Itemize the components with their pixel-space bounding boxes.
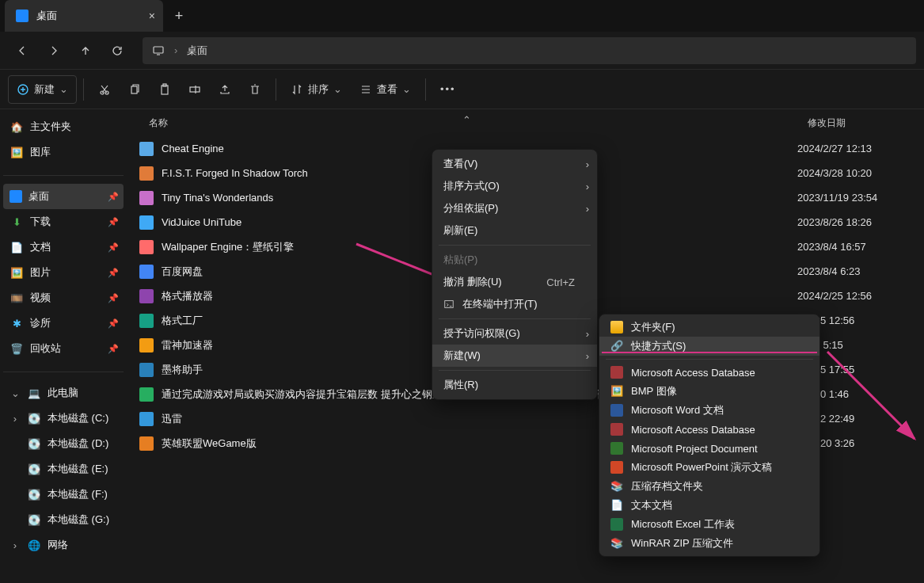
pictures-icon: 🖼️ bbox=[10, 265, 24, 280]
sidebar: 🏠主文件夹 🖼️图库 桌面📌 ⬇下载📌 📄文档📌 🖼️图片📌 🎞️视频📌 ✱诊所… bbox=[0, 109, 127, 583]
shortcut-icon: 🔗 bbox=[610, 340, 623, 352]
sub-excel[interactable]: Microsoft Excel 工作表 bbox=[599, 515, 819, 534]
file-icon bbox=[139, 363, 154, 377]
sidebar-clinic[interactable]: ✱诊所📌 bbox=[3, 311, 124, 336]
new-button[interactable]: 新建 ⌄ bbox=[8, 75, 77, 104]
up-button[interactable] bbox=[71, 36, 100, 65]
zip-icon: 📚 bbox=[610, 537, 623, 550]
txt-icon: 📄 bbox=[610, 499, 623, 512]
sub-project[interactable]: Microsoft Project Document bbox=[599, 439, 819, 458]
pin-icon: 📌 bbox=[108, 192, 119, 202]
word-icon bbox=[610, 404, 623, 417]
tab-bar: 桌面 × + bbox=[0, 0, 924, 32]
new-tab-button[interactable]: + bbox=[163, 8, 195, 25]
sub-zip[interactable]: 📚WinRAR ZIP 压缩文件 bbox=[599, 534, 819, 553]
project-icon bbox=[610, 442, 623, 455]
pc-icon: 💻 bbox=[27, 386, 41, 400]
file-icon bbox=[139, 142, 154, 156]
ctx-sort[interactable]: 排序方式(O) bbox=[432, 175, 597, 197]
file-icon bbox=[139, 289, 154, 303]
file-icon bbox=[139, 412, 154, 426]
folder-icon bbox=[610, 321, 623, 333]
tab-desktop[interactable]: 桌面 × bbox=[5, 0, 163, 32]
sub-word[interactable]: Microsoft Word 文档 bbox=[599, 401, 819, 420]
ctx-new[interactable]: 新建(W) bbox=[432, 345, 597, 367]
sidebar-documents[interactable]: 📄文档📌 bbox=[3, 234, 124, 260]
sidebar-drive-d[interactable]: 💽本地磁盘 (D:) bbox=[3, 431, 124, 456]
ppt-icon bbox=[610, 461, 623, 474]
forward-button[interactable] bbox=[40, 36, 68, 65]
ctx-open-terminal[interactable]: 在终端中打开(T) bbox=[432, 293, 597, 315]
file-list: 名称 修改日期 ⌃ Cheat Engine2024/2/27 12:13F.I… bbox=[127, 109, 924, 583]
sidebar-home[interactable]: 🏠主文件夹 bbox=[3, 114, 124, 139]
file-icon bbox=[139, 314, 154, 328]
access-icon bbox=[610, 366, 623, 379]
sub-bmp[interactable]: 🖼️BMP 图像 bbox=[599, 382, 819, 401]
address-bar[interactable]: › 桌面 bbox=[143, 37, 916, 64]
sidebar-drive-f[interactable]: 💽本地磁盘 (F:) bbox=[3, 482, 124, 507]
share-button[interactable] bbox=[211, 75, 239, 104]
file-date: 2024/2/27 12:13 bbox=[797, 143, 924, 154]
sort-button[interactable]: 排序⌄ bbox=[283, 75, 350, 104]
nav-bar: › 桌面 bbox=[0, 32, 924, 70]
sidebar-recycle[interactable]: 🗑️回收站📌 bbox=[3, 336, 124, 361]
sub-access2[interactable]: Microsoft Access Database bbox=[599, 420, 819, 439]
drive-icon: 💽 bbox=[27, 487, 41, 501]
back-button[interactable] bbox=[8, 36, 36, 65]
close-icon[interactable]: × bbox=[149, 10, 155, 22]
sidebar-videos[interactable]: 🎞️视频📌 bbox=[3, 285, 124, 311]
sidebar-drive-e[interactable]: 💽本地磁盘 (E:) bbox=[3, 456, 124, 482]
paste-button[interactable] bbox=[150, 75, 179, 104]
chevron-up-icon[interactable]: ⌃ bbox=[462, 114, 471, 126]
sidebar-thispc[interactable]: ⌄💻此电脑 bbox=[3, 380, 124, 406]
toolbar: 新建 ⌄ 排序⌄ 查看⌄ ••• bbox=[0, 70, 924, 109]
rename-button[interactable] bbox=[181, 75, 209, 104]
refresh-button[interactable] bbox=[103, 36, 131, 65]
sidebar-gallery[interactable]: 🖼️图库 bbox=[3, 139, 124, 165]
column-headers[interactable]: 名称 修改日期 bbox=[127, 109, 924, 136]
desktop-icon bbox=[16, 10, 29, 22]
sub-txt[interactable]: 📄文本文档 bbox=[599, 496, 819, 515]
sub-access1[interactable]: Microsoft Access Database bbox=[599, 363, 819, 382]
home-icon: 🏠 bbox=[10, 120, 24, 134]
file-icon bbox=[139, 265, 154, 279]
network-icon: 🌐 bbox=[27, 538, 41, 552]
breadcrumb-location: 桌面 bbox=[187, 44, 207, 58]
sidebar-desktop[interactable]: 桌面📌 bbox=[3, 184, 124, 209]
access-icon bbox=[610, 423, 623, 436]
sub-rar[interactable]: 📚压缩存档文件夹 bbox=[599, 477, 819, 496]
ctx-undo-delete[interactable]: 撤消 删除(U)Ctrl+Z bbox=[432, 271, 597, 293]
sidebar-drive-c[interactable]: ›💽本地磁盘 (C:) bbox=[3, 406, 124, 431]
sidebar-pictures[interactable]: 🖼️图片📌 bbox=[3, 260, 124, 285]
sub-folder[interactable]: 文件夹(F) bbox=[599, 318, 819, 337]
recycle-icon: 🗑️ bbox=[10, 341, 24, 356]
sub-ppt[interactable]: Microsoft PowerPoint 演示文稿 bbox=[599, 458, 819, 477]
view-button[interactable]: 查看⌄ bbox=[352, 75, 419, 104]
sidebar-network[interactable]: ›🌐网络 bbox=[3, 532, 124, 558]
ctx-view[interactable]: 查看(V) bbox=[432, 153, 597, 175]
svg-rect-5 bbox=[162, 86, 168, 94]
more-button[interactable]: ••• bbox=[432, 75, 464, 104]
file-date: 2023/8/4 6:23 bbox=[797, 265, 924, 277]
ctx-properties[interactable]: 属性(R) bbox=[432, 374, 597, 396]
file-icon bbox=[139, 215, 154, 230]
cut-button[interactable] bbox=[90, 75, 119, 104]
drive-icon: 💽 bbox=[27, 513, 41, 527]
svg-rect-9 bbox=[445, 301, 454, 308]
ctx-grant-access[interactable]: 授予访问权限(G) bbox=[432, 322, 597, 345]
ctx-group[interactable]: 分组依据(P) bbox=[432, 197, 597, 219]
delete-button[interactable] bbox=[241, 75, 269, 104]
desktop-icon bbox=[10, 190, 22, 203]
gallery-icon: 🖼️ bbox=[10, 145, 24, 159]
ctx-refresh[interactable]: 刷新(E) bbox=[432, 219, 597, 242]
file-icon bbox=[139, 240, 154, 254]
copy-button[interactable] bbox=[120, 75, 149, 104]
file-icon bbox=[139, 166, 154, 181]
svg-rect-7 bbox=[190, 87, 200, 92]
ctx-paste: 粘贴(P) bbox=[432, 249, 597, 271]
clinic-icon: ✱ bbox=[10, 316, 24, 330]
column-modified[interactable]: 修改日期 bbox=[800, 116, 846, 130]
sidebar-downloads[interactable]: ⬇下载📌 bbox=[3, 209, 124, 234]
new-submenu: 文件夹(F) 🔗快捷方式(S) Microsoft Access Databas… bbox=[599, 314, 820, 557]
sidebar-drive-g[interactable]: 💽本地磁盘 (G:) bbox=[3, 507, 124, 532]
